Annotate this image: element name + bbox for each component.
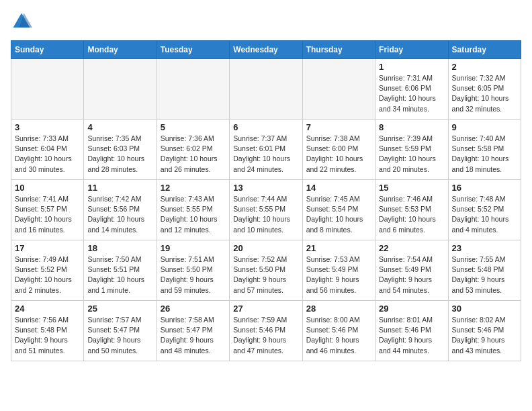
calendar-cell: [157, 59, 229, 120]
day-info: Sunrise: 7:40 AM Sunset: 5:58 PM Dayligh…: [452, 134, 517, 175]
day-info: Sunrise: 7:45 AM Sunset: 5:54 PM Dayligh…: [306, 194, 371, 235]
calendar-week-row: 1Sunrise: 7:31 AM Sunset: 6:06 PM Daylig…: [11, 59, 521, 120]
calendar-cell: 11Sunrise: 7:42 AM Sunset: 5:56 PM Dayli…: [84, 180, 157, 240]
day-info: Sunrise: 7:52 AM Sunset: 5:50 PM Dayligh…: [233, 255, 298, 295]
day-info: Sunrise: 8:00 AM Sunset: 5:46 PM Dayligh…: [306, 315, 371, 356]
calendar-cell: [302, 59, 375, 120]
day-info: Sunrise: 7:42 AM Sunset: 5:56 PM Dayligh…: [87, 194, 152, 235]
day-info: Sunrise: 7:57 AM Sunset: 5:47 PM Dayligh…: [87, 315, 152, 356]
day-header: Saturday: [448, 41, 521, 59]
calendar-cell: 27Sunrise: 7:59 AM Sunset: 5:46 PM Dayli…: [230, 301, 302, 361]
day-info: Sunrise: 7:36 AM Sunset: 6:02 PM Dayligh…: [161, 134, 226, 175]
calendar-cell: 30Sunrise: 8:02 AM Sunset: 5:46 PM Dayli…: [448, 301, 521, 361]
day-number: 1: [379, 62, 444, 72]
day-number: 25: [87, 304, 152, 314]
day-info: Sunrise: 7:56 AM Sunset: 5:48 PM Dayligh…: [15, 315, 80, 356]
day-header: Monday: [84, 41, 157, 59]
calendar-cell: 24Sunrise: 7:56 AM Sunset: 5:48 PM Dayli…: [11, 301, 84, 361]
day-info: Sunrise: 7:55 AM Sunset: 5:48 PM Dayligh…: [452, 255, 517, 295]
day-info: Sunrise: 7:50 AM Sunset: 5:51 PM Dayligh…: [87, 255, 152, 295]
day-number: 6: [233, 122, 298, 132]
calendar-cell: 8Sunrise: 7:39 AM Sunset: 5:59 PM Daylig…: [375, 120, 448, 180]
day-number: 24: [15, 304, 80, 314]
calendar-week-row: 17Sunrise: 7:49 AM Sunset: 5:52 PM Dayli…: [11, 240, 521, 301]
page-header: [11, 11, 521, 32]
day-number: 13: [233, 183, 298, 193]
logo: [11, 11, 35, 32]
calendar-cell: 3Sunrise: 7:33 AM Sunset: 6:04 PM Daylig…: [11, 120, 84, 180]
day-info: Sunrise: 8:02 AM Sunset: 5:46 PM Dayligh…: [452, 315, 517, 356]
day-info: Sunrise: 7:31 AM Sunset: 6:06 PM Dayligh…: [379, 73, 444, 114]
day-info: Sunrise: 7:46 AM Sunset: 5:53 PM Dayligh…: [379, 194, 444, 235]
day-number: 29: [379, 304, 444, 314]
day-header: Friday: [375, 41, 448, 59]
calendar-cell: [84, 59, 157, 120]
day-info: Sunrise: 7:43 AM Sunset: 5:55 PM Dayligh…: [161, 194, 226, 235]
calendar-cell: 7Sunrise: 7:38 AM Sunset: 6:00 PM Daylig…: [302, 120, 375, 180]
calendar-cell: 10Sunrise: 7:41 AM Sunset: 5:57 PM Dayli…: [11, 180, 84, 240]
day-number: 19: [161, 243, 226, 253]
calendar-cell: 15Sunrise: 7:46 AM Sunset: 5:53 PM Dayli…: [375, 180, 448, 240]
day-number: 20: [233, 243, 298, 253]
calendar-cell: 21Sunrise: 7:53 AM Sunset: 5:49 PM Dayli…: [302, 240, 375, 301]
day-info: Sunrise: 7:49 AM Sunset: 5:52 PM Dayligh…: [15, 255, 80, 295]
calendar-table: SundayMondayTuesdayWednesdayThursdayFrid…: [11, 40, 521, 361]
day-number: 5: [161, 122, 226, 132]
day-info: Sunrise: 7:53 AM Sunset: 5:49 PM Dayligh…: [306, 255, 371, 295]
calendar-cell: 6Sunrise: 7:37 AM Sunset: 6:01 PM Daylig…: [230, 120, 302, 180]
calendar-cell: 2Sunrise: 7:32 AM Sunset: 6:05 PM Daylig…: [448, 59, 521, 120]
day-number: 15: [379, 183, 444, 193]
calendar-week-row: 3Sunrise: 7:33 AM Sunset: 6:04 PM Daylig…: [11, 120, 521, 180]
day-header: Wednesday: [230, 41, 302, 59]
day-number: 28: [306, 304, 371, 314]
calendar-cell: 4Sunrise: 7:35 AM Sunset: 6:03 PM Daylig…: [84, 120, 157, 180]
day-number: 17: [15, 243, 80, 253]
day-info: Sunrise: 7:35 AM Sunset: 6:03 PM Dayligh…: [87, 134, 152, 175]
calendar-cell: 22Sunrise: 7:54 AM Sunset: 5:49 PM Dayli…: [375, 240, 448, 301]
day-info: Sunrise: 7:38 AM Sunset: 6:00 PM Dayligh…: [306, 134, 371, 175]
calendar-cell: 14Sunrise: 7:45 AM Sunset: 5:54 PM Dayli…: [302, 180, 375, 240]
day-info: Sunrise: 7:39 AM Sunset: 5:59 PM Dayligh…: [379, 134, 444, 175]
day-number: 11: [87, 183, 152, 193]
calendar-cell: 1Sunrise: 7:31 AM Sunset: 6:06 PM Daylig…: [375, 59, 448, 120]
calendar-cell: 23Sunrise: 7:55 AM Sunset: 5:48 PM Dayli…: [448, 240, 521, 301]
calendar-cell: 16Sunrise: 7:48 AM Sunset: 5:52 PM Dayli…: [448, 180, 521, 240]
day-number: 27: [233, 304, 298, 314]
calendar-cell: 20Sunrise: 7:52 AM Sunset: 5:50 PM Dayli…: [230, 240, 302, 301]
day-number: 9: [452, 122, 517, 132]
day-info: Sunrise: 7:44 AM Sunset: 5:55 PM Dayligh…: [233, 194, 298, 235]
day-number: 10: [15, 183, 80, 193]
day-header: Sunday: [11, 41, 84, 59]
calendar-cell: 17Sunrise: 7:49 AM Sunset: 5:52 PM Dayli…: [11, 240, 84, 301]
day-info: Sunrise: 7:51 AM Sunset: 5:50 PM Dayligh…: [161, 255, 226, 295]
day-number: 18: [87, 243, 152, 253]
calendar-cell: 13Sunrise: 7:44 AM Sunset: 5:55 PM Dayli…: [230, 180, 302, 240]
calendar-week-row: 10Sunrise: 7:41 AM Sunset: 5:57 PM Dayli…: [11, 180, 521, 240]
day-info: Sunrise: 7:33 AM Sunset: 6:04 PM Dayligh…: [15, 134, 80, 175]
calendar-cell: [230, 59, 302, 120]
calendar-week-row: 24Sunrise: 7:56 AM Sunset: 5:48 PM Dayli…: [11, 301, 521, 361]
day-info: Sunrise: 8:01 AM Sunset: 5:46 PM Dayligh…: [379, 315, 444, 356]
day-info: Sunrise: 7:37 AM Sunset: 6:01 PM Dayligh…: [233, 134, 298, 175]
calendar-cell: 26Sunrise: 7:58 AM Sunset: 5:47 PM Dayli…: [157, 301, 229, 361]
day-info: Sunrise: 7:59 AM Sunset: 5:46 PM Dayligh…: [233, 315, 298, 356]
calendar-header-row: SundayMondayTuesdayWednesdayThursdayFrid…: [11, 41, 521, 59]
calendar-cell: 18Sunrise: 7:50 AM Sunset: 5:51 PM Dayli…: [84, 240, 157, 301]
day-number: 23: [452, 243, 517, 253]
calendar-cell: 12Sunrise: 7:43 AM Sunset: 5:55 PM Dayli…: [157, 180, 229, 240]
day-number: 16: [452, 183, 517, 193]
calendar-cell: [11, 59, 84, 120]
day-number: 3: [15, 122, 80, 132]
calendar-body: 1Sunrise: 7:31 AM Sunset: 6:06 PM Daylig…: [11, 59, 521, 361]
day-number: 21: [306, 243, 371, 253]
day-info: Sunrise: 7:58 AM Sunset: 5:47 PM Dayligh…: [161, 315, 226, 356]
day-header: Tuesday: [157, 41, 229, 59]
day-number: 8: [379, 122, 444, 132]
day-number: 14: [306, 183, 371, 193]
day-number: 30: [452, 304, 517, 314]
day-info: Sunrise: 7:54 AM Sunset: 5:49 PM Dayligh…: [379, 255, 444, 295]
day-number: 12: [161, 183, 226, 193]
logo-icon: [11, 11, 32, 32]
day-number: 22: [379, 243, 444, 253]
day-info: Sunrise: 7:48 AM Sunset: 5:52 PM Dayligh…: [452, 194, 517, 235]
